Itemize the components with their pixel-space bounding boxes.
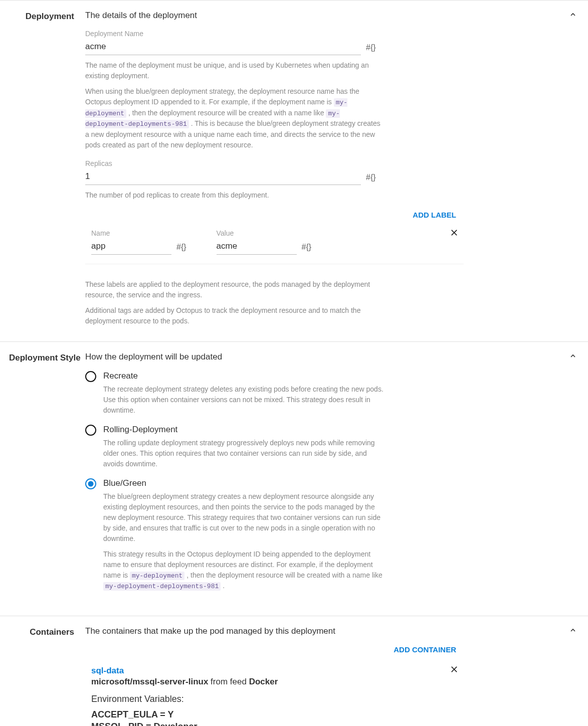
deployment-subtitle: The details of the deployment [85,11,486,21]
deployment-style-body: How the deployment will be updated Recre… [85,352,486,606]
containers-section: Containers The containers that make up t… [0,616,588,727]
collapse-style-button[interactable] [569,352,577,362]
deployment-section: Deployment The details of the deployment… [0,0,588,341]
envvar-item: ACCEPT_EULA = Y [91,708,464,720]
remove-container-button[interactable] [450,665,459,676]
close-icon [450,665,459,674]
strategy-rolling-option[interactable]: Rolling-Deployment The rolling update de… [85,425,486,469]
envvar-title: Environment Variables: [91,694,464,704]
label-row: Name #{} Value #{} [85,225,464,264]
labels-helper: These labels are applied to the deployme… [85,279,381,326]
label-name-col: Name #{} [91,229,186,255]
deployment-style-subtitle: How the deployment will be updated [85,352,486,362]
radio-unchecked-icon[interactable] [85,371,96,382]
label-value-col: Value #{} [217,229,312,255]
containers-body: The containers that make up the pod mana… [85,626,486,727]
label-name-label: Name [91,229,186,237]
strategy-recreate-desc: The recreate deployment strategy deletes… [103,384,384,416]
add-label-link[interactable]: ADD LABEL [85,211,456,219]
deployment-name-field: Deployment Name #{} The name of the depl… [85,30,486,150]
radio-unchecked-icon[interactable] [85,425,96,436]
strategy-bluegreen-option[interactable]: Blue/Green The blue/green deployment str… [85,478,486,597]
remove-label-button[interactable] [450,228,459,239]
container-image-line: microsoft/mssql-server-linux from feed D… [91,677,464,687]
containers-subtitle: The containers that make up the pod mana… [85,626,486,636]
bind-variable-icon[interactable]: #{} [366,173,376,185]
code-chip: my-deployment [130,572,184,580]
replicas-helper: The number of pod replicas to create fro… [85,190,381,201]
replicas-field: Replicas #{} The number of pod replicas … [85,159,486,201]
helper-text: When using the blue/green deployment str… [85,86,381,150]
bind-variable-icon[interactable]: #{} [366,43,376,55]
deployment-style-section-label: Deployment Style [5,352,85,606]
strategy-rolling-title: Rolling-Deployment [103,425,384,435]
deployment-section-label: Deployment [5,11,85,331]
collapse-deployment-button[interactable] [569,11,577,21]
envvar-item: MSSQL_PID = Developer [91,720,464,726]
bind-variable-icon[interactable]: #{} [176,243,186,255]
container-card: sql-data microsoft/mssql-server-linux fr… [85,660,464,727]
add-container-link[interactable]: ADD CONTAINER [85,645,456,654]
bind-variable-icon[interactable]: #{} [302,243,312,255]
collapse-containers-button[interactable] [569,626,577,636]
strategy-recreate-title: Recreate [103,371,384,381]
chevron-up-icon [569,626,577,634]
envvar-list: ACCEPT_EULA = Y MSSQL_PID = Developer MS… [91,708,464,727]
label-value-label: Value [217,229,312,237]
deployment-name-input[interactable] [85,40,361,55]
container-name-link[interactable]: sql-data [91,666,464,676]
helper-text: The name of the deployment must be uniqu… [85,60,381,81]
strategy-bluegreen-desc: The blue/green deployment strategy creat… [103,491,384,592]
code-chip: my-deployment-deployments-981 [103,582,221,591]
strategy-rolling-desc: The rolling update deployment strategy p… [103,438,384,469]
chevron-up-icon [569,11,577,19]
deployment-name-label: Deployment Name [85,30,486,38]
replicas-label: Replicas [85,159,486,167]
radio-checked-icon[interactable] [85,478,96,489]
replicas-input[interactable] [85,169,361,185]
close-icon [450,228,459,237]
strategy-recreate-option[interactable]: Recreate The recreate deployment strateg… [85,371,486,416]
containers-section-label: Containers [5,626,85,727]
strategy-bluegreen-title: Blue/Green [103,478,384,488]
chevron-up-icon [569,352,577,360]
deployment-section-body: The details of the deployment Deployment… [85,11,486,331]
deployment-style-section: Deployment Style How the deployment will… [0,341,588,616]
deployment-name-helper: The name of the deployment must be uniqu… [85,60,381,150]
label-value-input[interactable] [217,239,297,255]
label-name-input[interactable] [91,239,171,255]
